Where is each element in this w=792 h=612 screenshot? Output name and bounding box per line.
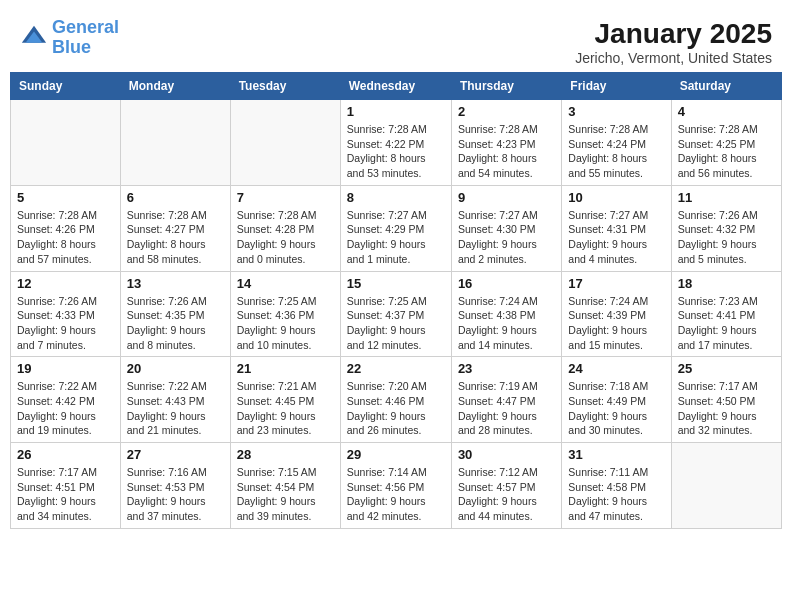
- day-header-wednesday: Wednesday: [340, 73, 451, 100]
- day-number: 16: [458, 276, 555, 291]
- day-info: Sunrise: 7:14 AM Sunset: 4:56 PM Dayligh…: [347, 465, 445, 524]
- calendar-cell: 11Sunrise: 7:26 AM Sunset: 4:32 PM Dayli…: [671, 185, 781, 271]
- day-number: 18: [678, 276, 775, 291]
- title-block: January 2025 Jericho, Vermont, United St…: [575, 18, 772, 66]
- calendar-cell: 30Sunrise: 7:12 AM Sunset: 4:57 PM Dayli…: [451, 443, 561, 529]
- day-info: Sunrise: 7:22 AM Sunset: 4:42 PM Dayligh…: [17, 379, 114, 438]
- day-number: 14: [237, 276, 334, 291]
- day-number: 15: [347, 276, 445, 291]
- calendar-body: 1Sunrise: 7:28 AM Sunset: 4:22 PM Daylig…: [11, 100, 782, 529]
- calendar-week-2: 5Sunrise: 7:28 AM Sunset: 4:26 PM Daylig…: [11, 185, 782, 271]
- calendar-cell: 10Sunrise: 7:27 AM Sunset: 4:31 PM Dayli…: [562, 185, 671, 271]
- day-info: Sunrise: 7:28 AM Sunset: 4:24 PM Dayligh…: [568, 122, 664, 181]
- day-info: Sunrise: 7:22 AM Sunset: 4:43 PM Dayligh…: [127, 379, 224, 438]
- calendar-cell: 15Sunrise: 7:25 AM Sunset: 4:37 PM Dayli…: [340, 271, 451, 357]
- day-info: Sunrise: 7:20 AM Sunset: 4:46 PM Dayligh…: [347, 379, 445, 438]
- day-number: 13: [127, 276, 224, 291]
- day-number: 9: [458, 190, 555, 205]
- day-number: 24: [568, 361, 664, 376]
- calendar-cell: 12Sunrise: 7:26 AM Sunset: 4:33 PM Dayli…: [11, 271, 121, 357]
- calendar-cell: 4Sunrise: 7:28 AM Sunset: 4:25 PM Daylig…: [671, 100, 781, 186]
- calendar-week-3: 12Sunrise: 7:26 AM Sunset: 4:33 PM Dayli…: [11, 271, 782, 357]
- calendar-cell: 22Sunrise: 7:20 AM Sunset: 4:46 PM Dayli…: [340, 357, 451, 443]
- calendar-cell: 16Sunrise: 7:24 AM Sunset: 4:38 PM Dayli…: [451, 271, 561, 357]
- calendar-cell: 3Sunrise: 7:28 AM Sunset: 4:24 PM Daylig…: [562, 100, 671, 186]
- day-number: 7: [237, 190, 334, 205]
- calendar-cell: [671, 443, 781, 529]
- day-number: 2: [458, 104, 555, 119]
- day-info: Sunrise: 7:19 AM Sunset: 4:47 PM Dayligh…: [458, 379, 555, 438]
- calendar-cell: 9Sunrise: 7:27 AM Sunset: 4:30 PM Daylig…: [451, 185, 561, 271]
- day-number: 12: [17, 276, 114, 291]
- calendar-cell: 27Sunrise: 7:16 AM Sunset: 4:53 PM Dayli…: [120, 443, 230, 529]
- day-number: 23: [458, 361, 555, 376]
- calendar-week-5: 26Sunrise: 7:17 AM Sunset: 4:51 PM Dayli…: [11, 443, 782, 529]
- day-info: Sunrise: 7:24 AM Sunset: 4:38 PM Dayligh…: [458, 294, 555, 353]
- day-number: 21: [237, 361, 334, 376]
- day-number: 28: [237, 447, 334, 462]
- day-number: 6: [127, 190, 224, 205]
- calendar-cell: 26Sunrise: 7:17 AM Sunset: 4:51 PM Dayli…: [11, 443, 121, 529]
- calendar-cell: 21Sunrise: 7:21 AM Sunset: 4:45 PM Dayli…: [230, 357, 340, 443]
- day-number: 17: [568, 276, 664, 291]
- calendar-cell: 13Sunrise: 7:26 AM Sunset: 4:35 PM Dayli…: [120, 271, 230, 357]
- location: Jericho, Vermont, United States: [575, 50, 772, 66]
- day-header-thursday: Thursday: [451, 73, 561, 100]
- day-info: Sunrise: 7:17 AM Sunset: 4:51 PM Dayligh…: [17, 465, 114, 524]
- day-info: Sunrise: 7:18 AM Sunset: 4:49 PM Dayligh…: [568, 379, 664, 438]
- calendar-cell: 5Sunrise: 7:28 AM Sunset: 4:26 PM Daylig…: [11, 185, 121, 271]
- day-info: Sunrise: 7:12 AM Sunset: 4:57 PM Dayligh…: [458, 465, 555, 524]
- day-info: Sunrise: 7:28 AM Sunset: 4:22 PM Dayligh…: [347, 122, 445, 181]
- day-header-monday: Monday: [120, 73, 230, 100]
- calendar-cell: 24Sunrise: 7:18 AM Sunset: 4:49 PM Dayli…: [562, 357, 671, 443]
- day-number: 22: [347, 361, 445, 376]
- calendar-cell: 31Sunrise: 7:11 AM Sunset: 4:58 PM Dayli…: [562, 443, 671, 529]
- day-info: Sunrise: 7:28 AM Sunset: 4:25 PM Dayligh…: [678, 122, 775, 181]
- calendar-cell: 17Sunrise: 7:24 AM Sunset: 4:39 PM Dayli…: [562, 271, 671, 357]
- day-info: Sunrise: 7:28 AM Sunset: 4:28 PM Dayligh…: [237, 208, 334, 267]
- calendar-cell: 14Sunrise: 7:25 AM Sunset: 4:36 PM Dayli…: [230, 271, 340, 357]
- calendar-cell: [120, 100, 230, 186]
- day-info: Sunrise: 7:15 AM Sunset: 4:54 PM Dayligh…: [237, 465, 334, 524]
- day-number: 11: [678, 190, 775, 205]
- day-number: 20: [127, 361, 224, 376]
- day-number: 25: [678, 361, 775, 376]
- day-header-sunday: Sunday: [11, 73, 121, 100]
- day-info: Sunrise: 7:26 AM Sunset: 4:32 PM Dayligh…: [678, 208, 775, 267]
- calendar-header: SundayMondayTuesdayWednesdayThursdayFrid…: [11, 73, 782, 100]
- day-info: Sunrise: 7:27 AM Sunset: 4:29 PM Dayligh…: [347, 208, 445, 267]
- logo-icon: [20, 24, 48, 52]
- day-number: 30: [458, 447, 555, 462]
- day-number: 4: [678, 104, 775, 119]
- day-info: Sunrise: 7:11 AM Sunset: 4:58 PM Dayligh…: [568, 465, 664, 524]
- calendar-cell: 28Sunrise: 7:15 AM Sunset: 4:54 PM Dayli…: [230, 443, 340, 529]
- day-info: Sunrise: 7:17 AM Sunset: 4:50 PM Dayligh…: [678, 379, 775, 438]
- day-info: Sunrise: 7:28 AM Sunset: 4:26 PM Dayligh…: [17, 208, 114, 267]
- month-title: January 2025: [575, 18, 772, 50]
- calendar-cell: 20Sunrise: 7:22 AM Sunset: 4:43 PM Dayli…: [120, 357, 230, 443]
- day-number: 26: [17, 447, 114, 462]
- calendar-cell: 23Sunrise: 7:19 AM Sunset: 4:47 PM Dayli…: [451, 357, 561, 443]
- day-number: 19: [17, 361, 114, 376]
- day-info: Sunrise: 7:25 AM Sunset: 4:37 PM Dayligh…: [347, 294, 445, 353]
- calendar-cell: 19Sunrise: 7:22 AM Sunset: 4:42 PM Dayli…: [11, 357, 121, 443]
- day-number: 29: [347, 447, 445, 462]
- day-number: 10: [568, 190, 664, 205]
- calendar-cell: 7Sunrise: 7:28 AM Sunset: 4:28 PM Daylig…: [230, 185, 340, 271]
- day-number: 1: [347, 104, 445, 119]
- day-info: Sunrise: 7:16 AM Sunset: 4:53 PM Dayligh…: [127, 465, 224, 524]
- day-info: Sunrise: 7:28 AM Sunset: 4:23 PM Dayligh…: [458, 122, 555, 181]
- calendar-cell: 29Sunrise: 7:14 AM Sunset: 4:56 PM Dayli…: [340, 443, 451, 529]
- calendar-cell: [230, 100, 340, 186]
- calendar-week-1: 1Sunrise: 7:28 AM Sunset: 4:22 PM Daylig…: [11, 100, 782, 186]
- day-number: 3: [568, 104, 664, 119]
- day-info: Sunrise: 7:21 AM Sunset: 4:45 PM Dayligh…: [237, 379, 334, 438]
- day-info: Sunrise: 7:27 AM Sunset: 4:30 PM Dayligh…: [458, 208, 555, 267]
- day-info: Sunrise: 7:27 AM Sunset: 4:31 PM Dayligh…: [568, 208, 664, 267]
- day-info: Sunrise: 7:26 AM Sunset: 4:35 PM Dayligh…: [127, 294, 224, 353]
- header-row: SundayMondayTuesdayWednesdayThursdayFrid…: [11, 73, 782, 100]
- logo: General Blue: [20, 18, 119, 58]
- calendar-cell: 8Sunrise: 7:27 AM Sunset: 4:29 PM Daylig…: [340, 185, 451, 271]
- day-number: 5: [17, 190, 114, 205]
- calendar-cell: 1Sunrise: 7:28 AM Sunset: 4:22 PM Daylig…: [340, 100, 451, 186]
